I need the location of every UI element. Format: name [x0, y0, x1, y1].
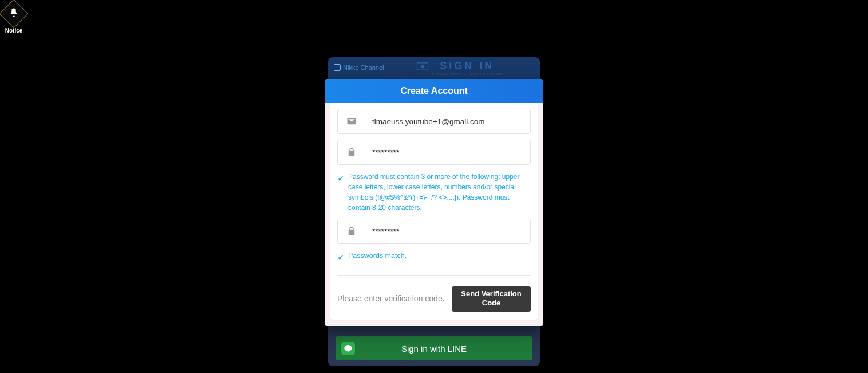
verify-row: Send Verification Code [337, 275, 531, 312]
form-card: ✓ Password must contain 3 or more of the… [330, 103, 538, 320]
confirm-password-field-wrap [337, 219, 531, 244]
notice-badge[interactable]: Notice [3, 3, 24, 34]
password-field-wrap [337, 140, 531, 165]
mail-icon [338, 116, 365, 126]
password-hint-text: Password must contain 3 or more of the f… [348, 172, 531, 213]
notice-diamond [0, 0, 28, 28]
svg-point-1 [421, 65, 424, 68]
email-field-wrap [337, 109, 531, 134]
confirm-password-field[interactable] [365, 227, 530, 236]
match-hint: ✓ Passwords match. [337, 251, 531, 263]
signin-subtitle: PROJECT NIKKE OPERATION SYSTEM [432, 72, 502, 76]
eye-icon [416, 62, 429, 73]
line-icon [341, 342, 355, 355]
signin-header: Nikke Channel SIGN IN PROJECT NIKKE OPER… [328, 57, 540, 78]
password-hint: ✓ Password must contain 3 or more of the… [337, 172, 531, 213]
email-field[interactable] [365, 117, 530, 126]
send-verification-button[interactable]: Send Verification Code [452, 286, 531, 312]
create-account-modal: Create Account ✓ Password must contain 3… [325, 79, 543, 326]
check-icon: ✓ [337, 252, 345, 263]
signin-line-label: Sign in with LINE [401, 344, 467, 354]
lock-icon [338, 226, 365, 236]
signin-line-button[interactable]: Sign in with LINE [336, 336, 532, 360]
modal-title: Create Account [325, 79, 543, 103]
notice-label: Notice [3, 27, 24, 34]
nikke-channel-label: Nikke Channel [343, 64, 384, 71]
match-hint-text: Passwords match. [348, 251, 407, 261]
check-icon: ✓ [337, 173, 345, 184]
signin-title: SIGN IN [432, 60, 502, 72]
verification-code-field[interactable] [337, 286, 447, 312]
lock-icon [338, 147, 365, 157]
nikke-channel-checkbox[interactable] [334, 64, 341, 71]
password-field[interactable] [365, 148, 530, 157]
bell-icon [9, 7, 19, 20]
